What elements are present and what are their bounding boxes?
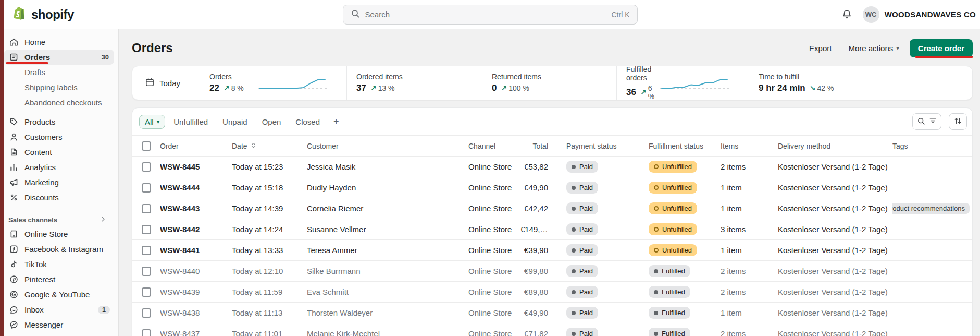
row-checkbox[interactable]	[142, 329, 151, 336]
paid-status-badge: Paid	[566, 182, 598, 194]
shopify-logo[interactable]: shopify	[11, 5, 74, 24]
unfulfilled-status-badge: Unfulfilled	[649, 161, 697, 173]
tab-unfulfilled[interactable]: Unfulfilled	[167, 114, 214, 129]
more-actions-button[interactable]: More actions▾	[842, 40, 905, 57]
sidebar-item-messenger[interactable]: Messenger	[4, 317, 114, 332]
tab-label: All	[145, 117, 154, 126]
metric-value: 37	[356, 83, 366, 93]
notifications-bell-icon[interactable]	[841, 9, 852, 20]
tab-open[interactable]: Open	[256, 114, 288, 129]
order-number: WSW-8437	[160, 329, 232, 336]
delivery-method: Kostenloser Versand (1-2 Tage)	[778, 329, 892, 336]
status-label: Fulfilled	[662, 267, 685, 275]
store-menu[interactable]: WC WOODSANDWAVES CO	[863, 6, 976, 23]
sidebar-item-abandoned-checkouts[interactable]: Abandoned checkouts	[4, 95, 114, 110]
sidebar-item-products[interactable]: Products	[4, 114, 114, 129]
column-header-channel: Channel	[468, 142, 520, 150]
table-row[interactable]: WSW-8441Today at 13:33Teresa AmmerOnline…	[132, 239, 972, 260]
row-checkbox[interactable]	[142, 183, 151, 193]
sales-channels-label: Sales channels	[8, 216, 57, 224]
table-row[interactable]: WSW-8442Today at 14:24Susanne VellmerOnl…	[132, 219, 972, 239]
table-row[interactable]: WSW-8438Today at 11:13Thorsten WaldeyerO…	[132, 302, 972, 323]
create-order-button[interactable]: Create order	[910, 39, 973, 57]
sidebar-item-discounts[interactable]: Discounts	[4, 190, 114, 205]
row-checkbox[interactable]	[142, 225, 151, 234]
metric-time-to-fulfill[interactable]: Time to fulfill9 hr 24 min↘42 %	[749, 66, 960, 100]
table-row[interactable]: WSW-8440Today at 12:10Silke BurrmannOnli…	[132, 260, 972, 281]
sidebar-item-online-store[interactable]: Online Store	[4, 226, 114, 242]
discounts-icon	[8, 193, 19, 203]
row-checkbox[interactable]	[142, 204, 151, 213]
sidebar-item-facebook-instagram[interactable]: Facebook & Instagram	[4, 242, 114, 257]
delivery-method: Kostenloser Versand (1-2 Tage)	[778, 287, 892, 296]
table-row[interactable]: WSW-8439Today at 11:59Eva SchmittOnline …	[132, 281, 972, 302]
status-label: Paid	[579, 267, 593, 275]
row-checkbox[interactable]	[142, 308, 151, 318]
items-count: 2 items	[721, 162, 778, 171]
sales-channel: Online Store	[468, 183, 520, 192]
export-button[interactable]: Export	[803, 40, 838, 57]
tab-unpaid[interactable]: Unpaid	[216, 114, 254, 129]
delivery-method: Kostenloser Versand (1-2 Tage)	[778, 246, 892, 255]
date-range-selector[interactable]: Today	[145, 66, 200, 100]
tab-label: Unpaid	[222, 117, 247, 126]
column-header-total: Total	[520, 142, 566, 150]
table-row[interactable]: WSW-8443Today at 14:39Cornelia RiemerOnl…	[132, 198, 972, 219]
sidebar-item-label: Inbox	[24, 305, 44, 314]
table-row[interactable]: WSW-8437Today at 11:01Melanie Kirk-Mecht…	[132, 323, 972, 336]
sidebar-item-shipping-labels[interactable]: Shipping labels	[4, 80, 114, 95]
metric-delta-value: 8 %	[231, 84, 244, 92]
sidebar-item-customers[interactable]: Customers	[4, 129, 114, 145]
column-header-label: Tags	[892, 142, 908, 150]
shopify-wordmark: shopify	[31, 7, 74, 22]
column-header-order: Order	[160, 142, 232, 150]
sidebar-item-home[interactable]: Home	[4, 34, 114, 50]
metric-ordered-items[interactable]: Ordered items37↗13 %	[346, 66, 482, 100]
tab-closed[interactable]: Closed	[289, 114, 326, 129]
products-icon	[8, 117, 19, 127]
sidebar-item-google-youtube[interactable]: Google & YouTube	[4, 287, 114, 302]
sidebar-item-pinterest[interactable]: Pinterest	[4, 272, 114, 287]
items-count: 1 item	[721, 204, 778, 213]
sort-button[interactable]	[949, 113, 967, 130]
inbox-count-badge: 1	[98, 306, 110, 314]
open-circle-icon	[654, 248, 659, 253]
table-row[interactable]: WSW-8444Today at 15:18Dudly HaydenOnline…	[132, 177, 972, 198]
fulfilled-status-badge: Fulfilled	[649, 328, 690, 336]
tab-all[interactable]: All▾	[139, 115, 165, 129]
sidebar-item-tiktok[interactable]: TikTok	[4, 257, 114, 272]
global-search-input[interactable]: Search Ctrl K	[343, 5, 638, 25]
sidebar-item-drafts[interactable]: Drafts	[4, 65, 114, 80]
select-all-checkbox[interactable]	[142, 141, 151, 151]
table-row[interactable]: WSW-8445Today at 15:23Jessica MasikOnlin…	[132, 156, 972, 177]
metric-orders[interactable]: Orders22↗8 %	[200, 66, 346, 100]
row-checkbox[interactable]	[142, 162, 151, 172]
column-header-delivery-method: Delivery method	[778, 142, 892, 150]
metric-returned-items[interactable]: Returned items0↗100 %	[482, 66, 616, 100]
sales-channel: Online Store	[468, 162, 520, 171]
column-header-tags: Tags	[892, 142, 972, 150]
column-header-label: Delivery method	[778, 142, 830, 150]
items-count: 2 items	[721, 287, 778, 296]
sidebar-item-marketing[interactable]: Marketing	[4, 175, 114, 190]
sidebar-item-inbox[interactable]: Inbox1	[4, 302, 114, 317]
sidebar-item-content[interactable]: Content	[4, 145, 114, 160]
order-date: Today at 14:39	[232, 204, 307, 213]
row-checkbox[interactable]	[142, 246, 151, 255]
search-filter-button[interactable]	[912, 113, 941, 130]
metric-value: 9 hr 24 min	[759, 83, 805, 93]
chevron-right-icon	[100, 215, 107, 224]
column-header-date[interactable]: Date	[232, 142, 307, 150]
row-checkbox[interactable]	[142, 287, 151, 297]
sidebar-item-label: Content	[24, 148, 52, 157]
sidebar-item-analytics[interactable]: Analytics	[4, 160, 114, 175]
sales-channels-header[interactable]: Sales channels	[8, 215, 107, 224]
avatar: WC	[863, 6, 879, 23]
order-date: Today at 11:01	[232, 329, 307, 336]
status-label: Fulfilled	[662, 330, 685, 336]
metric-fulfilled-orders[interactable]: Fulfilled orders36↗6 %	[616, 66, 749, 100]
row-checkbox[interactable]	[142, 267, 151, 276]
calendar-icon	[145, 77, 155, 89]
add-view-button[interactable]: +	[328, 115, 344, 128]
filter-icon	[929, 117, 937, 126]
